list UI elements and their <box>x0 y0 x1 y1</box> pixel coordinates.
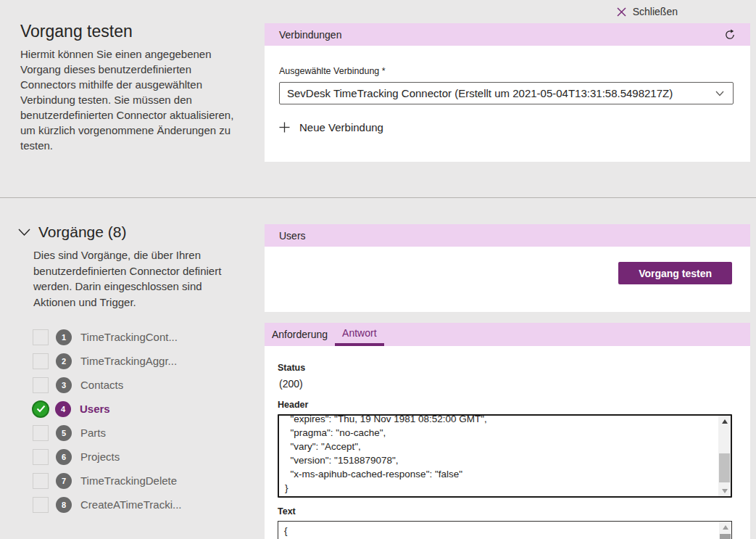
header-label: Header <box>278 400 750 410</box>
operations-description: Dies sind Vorgänge, die über Ihren benut… <box>33 247 245 310</box>
response-text-content: { "objects": [ <box>278 522 731 539</box>
test-operation-button[interactable]: Vorgang testen <box>618 262 732 284</box>
operation-label: Contacts <box>80 379 123 391</box>
checkbox-unchecked-icon[interactable] <box>33 497 49 513</box>
scroll-down-icon[interactable] <box>718 485 731 496</box>
connection-dropdown-value: SevDesk TimeTracking Connector (Erstellt… <box>287 87 673 99</box>
operation-item[interactable]: 7 TimeTrackingDelete <box>33 469 181 493</box>
operation-label: TimeTrackingCont... <box>80 331 178 343</box>
response-card: Anforderung Antwort Status (200) Header … <box>265 323 750 539</box>
operation-item-selected[interactable]: 4 Users <box>33 397 181 421</box>
connection-dropdown[interactable]: SevDesk TimeTracking Connector (Erstellt… <box>279 82 734 104</box>
operation-number-badge: 1 <box>56 329 72 345</box>
operation-number-badge: 2 <box>56 353 72 369</box>
page-title: Vorgang testen <box>20 22 133 41</box>
checkbox-unchecked-icon[interactable] <box>33 329 49 345</box>
request-response-tabbar: Anforderung Antwort <box>265 323 750 346</box>
operations-section-title: Vorgänge (8) <box>38 223 126 241</box>
operation-number-badge: 5 <box>56 425 72 441</box>
connections-card: Verbindungen Ausgewählte Verbindung * Se… <box>265 23 750 162</box>
operation-item[interactable]: 3 Contacts <box>33 373 181 397</box>
response-header-textarea[interactable]: "expires": "Thu, 19 Nov 1981 08:52:00 GM… <box>278 414 732 498</box>
check-circle-icon[interactable] <box>32 400 49 418</box>
operation-item[interactable]: 5 Parts <box>33 421 181 445</box>
operation-header-label: Users <box>279 230 306 242</box>
operation-label: TimeTrackingAggr... <box>80 355 177 367</box>
scroll-up-icon[interactable] <box>718 416 731 427</box>
operation-label: Projects <box>80 450 120 463</box>
operation-number-badge: 3 <box>56 377 72 393</box>
scroll-up-icon[interactable] <box>719 522 731 532</box>
status-value: (200) <box>279 378 750 390</box>
refresh-icon[interactable] <box>724 29 736 41</box>
operation-label: CreateATimeTracki... <box>80 498 181 511</box>
checkbox-unchecked-icon[interactable] <box>33 449 49 465</box>
checkbox-unchecked-icon[interactable] <box>33 425 49 441</box>
operations-section-toggle[interactable]: Vorgänge (8) <box>18 223 126 241</box>
operation-item[interactable]: 6 Projects <box>33 445 181 469</box>
operation-number-badge: 7 <box>56 473 72 489</box>
close-icon <box>617 7 626 17</box>
operations-list: 1 TimeTrackingCont... 2 TimeTrackingAggr… <box>33 325 181 517</box>
checkbox-unchecked-icon[interactable] <box>33 377 49 393</box>
connections-header-label: Verbindungen <box>279 29 341 41</box>
connections-card-header: Verbindungen <box>265 23 750 46</box>
checkbox-unchecked-icon[interactable] <box>33 353 49 369</box>
chevron-down-icon <box>715 91 724 96</box>
tab-anforderung[interactable]: Anforderung <box>265 323 335 346</box>
scrollbar[interactable] <box>718 416 731 496</box>
checkbox-unchecked-icon[interactable] <box>33 473 49 489</box>
response-text-textarea[interactable]: { "objects": [ <box>278 521 732 539</box>
close-label: Schließen <box>633 6 678 17</box>
close-button[interactable]: Schließen <box>617 6 678 17</box>
operation-card: Users Vorgang testen <box>265 224 750 312</box>
new-connection-label: Neue Verbindung <box>299 121 383 133</box>
status-label: Status <box>278 363 750 373</box>
scrollbar[interactable] <box>719 522 731 539</box>
operation-item[interactable]: 1 TimeTrackingCont... <box>33 325 181 349</box>
connection-field-label: Ausgewählte Verbindung * <box>279 66 736 76</box>
scrollbar-thumb[interactable] <box>719 453 730 482</box>
operation-number-badge: 6 <box>56 449 72 465</box>
response-header-content: "expires": "Thu, 19 Nov 1981 08:52:00 GM… <box>279 414 731 495</box>
tab-antwort[interactable]: Antwort <box>335 323 383 346</box>
operation-label: TimeTrackingDelete <box>80 474 177 487</box>
scrollbar-thumb[interactable] <box>720 534 731 539</box>
text-label: Text <box>278 506 750 517</box>
operation-label: Users <box>80 403 110 415</box>
page-description: Hiermit können Sie einen angegebenen Vor… <box>20 46 244 153</box>
operation-item[interactable]: 8 CreateATimeTracki... <box>33 493 181 517</box>
operation-card-header: Users <box>265 224 750 247</box>
section-divider <box>0 197 756 198</box>
operation-item[interactable]: 2 TimeTrackingAggr... <box>33 349 181 373</box>
operation-number-badge: 4 <box>55 401 71 417</box>
plus-icon <box>279 122 290 133</box>
chevron-down-icon <box>18 229 30 236</box>
operation-number-badge: 8 <box>56 497 72 513</box>
new-connection-button[interactable]: Neue Verbindung <box>279 121 736 133</box>
operation-label: Parts <box>80 427 106 439</box>
